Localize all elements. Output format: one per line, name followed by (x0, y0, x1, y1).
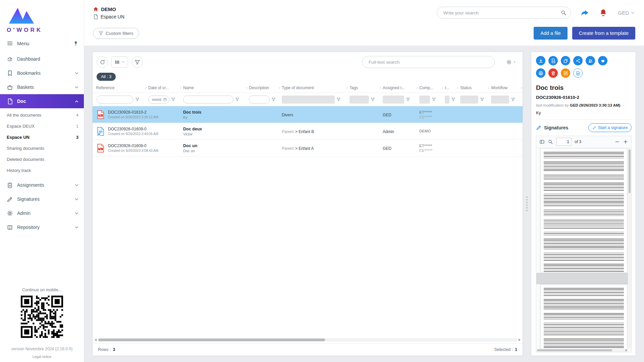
filter-funnel-icon[interactable] (371, 97, 375, 102)
column-header-comp[interactable]: Comp... (419, 85, 445, 90)
delete-button[interactable] (548, 68, 558, 78)
brand-logo[interactable]: O'WORK (0, 0, 84, 36)
pdf-pages[interactable] (536, 148, 631, 352)
tab-all-documents[interactable]: All : 3 (97, 73, 116, 81)
calendar-icon[interactable] (163, 98, 167, 102)
custom-filters-button[interactable]: Custom filters (93, 28, 139, 39)
filter-workflow-select[interactable] (491, 96, 509, 104)
share-icon[interactable] (580, 8, 589, 17)
table-settings-button[interactable] (506, 59, 517, 65)
permissions-button[interactable] (586, 56, 595, 65)
scroll-right-arrow[interactable] (626, 349, 627, 352)
date-input[interactable] (151, 97, 162, 102)
sidebar-subitem-espace-deux[interactable]: Espace DEUX 1 (0, 121, 84, 132)
refresh-button[interactable] (97, 56, 108, 68)
column-header-assigned[interactable]: Assigned t... (383, 85, 419, 90)
sidebar-subitem-sharing-documents[interactable]: Sharing documents (0, 143, 84, 154)
column-header-status[interactable]: Status (460, 85, 491, 90)
download-button[interactable] (536, 56, 545, 65)
zoom-in-icon[interactable] (623, 139, 628, 144)
sidebar-item-repository[interactable]: Repository (0, 220, 84, 234)
table-row[interactable]: DOC230926-01609-0 Created on 9/26/2023 3… (93, 123, 523, 140)
filter-funnel-icon[interactable] (451, 97, 455, 102)
duplicate-button[interactable] (561, 56, 570, 65)
column-header-tags[interactable]: Tags (350, 85, 383, 90)
filter-i-select[interactable] (445, 96, 449, 104)
filters-button[interactable] (131, 56, 143, 68)
table-horizontal-scrollbar[interactable] (95, 338, 521, 342)
filter-funnel-icon[interactable] (135, 97, 140, 102)
app-home[interactable]: DEMO (93, 6, 124, 12)
sidebar-subitem-deleted-documents[interactable]: Deleted documents (0, 154, 84, 165)
sidebar-item-admin[interactable]: Admin (0, 206, 84, 220)
scrollbar-thumb[interactable] (537, 349, 612, 351)
pin-icon[interactable] (73, 41, 78, 46)
share-button[interactable] (573, 56, 583, 65)
scrollbar-thumb[interactable] (629, 149, 631, 193)
scroll-right-arrow[interactable] (519, 339, 521, 341)
filter-funnel-icon[interactable] (480, 97, 484, 102)
column-header-workflow[interactable]: Workflow (491, 85, 523, 90)
create-from-template-button[interactable]: Create from a template (572, 27, 635, 40)
edit-button[interactable] (561, 68, 570, 78)
favorite-button[interactable] (598, 56, 607, 65)
user-menu[interactable]: GED (618, 10, 635, 16)
properties-button[interactable] (573, 68, 583, 78)
filter-funnel-icon[interactable] (432, 97, 436, 102)
filter-status-select[interactable] (460, 96, 478, 104)
current-space[interactable]: Espace UN (93, 14, 124, 19)
export-button[interactable] (548, 56, 558, 65)
column-header-name[interactable]: Name (183, 85, 249, 90)
filter-name-input[interactable] (183, 96, 233, 104)
sidebar-item-bookmarks[interactable]: Bookmarks (0, 66, 84, 80)
start-signature-button[interactable]: Start a signature (588, 123, 632, 132)
notifications-bell-icon[interactable] (599, 8, 608, 17)
table-row[interactable]: DOC230926-01610-2 Created on 9/26/2023 3… (93, 106, 523, 123)
pdf-horizontal-scrollbar[interactable] (536, 349, 628, 352)
sidebar-item-assignments[interactable]: Assignments (0, 178, 84, 192)
sidebar-item-signatures[interactable]: Signatures (0, 192, 84, 206)
zoom-out-icon[interactable] (614, 139, 620, 144)
search-icon[interactable] (560, 10, 567, 16)
add-file-button[interactable]: Add a file (534, 27, 567, 40)
pdf-vertical-scrollbar[interactable] (628, 148, 631, 349)
sidebar-toggle-icon[interactable] (539, 139, 545, 144)
filter-funnel-icon[interactable] (171, 97, 175, 102)
column-header-type[interactable]: Type of document (282, 85, 350, 90)
search-icon[interactable] (548, 139, 553, 144)
filter-funnel-icon[interactable] (336, 97, 341, 102)
table-row[interactable]: DOC230926-01608-0 Created on 9/26/2023 3… (93, 140, 523, 157)
filter-description-input[interactable] (249, 96, 270, 104)
filter-funnel-icon[interactable] (271, 97, 276, 102)
filter-tags-select[interactable] (350, 96, 369, 104)
column-header-i[interactable]: I... (445, 85, 460, 90)
legal-notice-link[interactable]: Legal notice (0, 355, 84, 359)
sidebar-item-doc[interactable]: Doc (0, 94, 84, 108)
filter-comp-select[interactable] (419, 96, 430, 104)
scrollbar-track[interactable] (98, 338, 518, 342)
print-button[interactable] (536, 68, 545, 78)
scrollbar-thumb[interactable] (98, 339, 325, 341)
filter-funnel-icon[interactable] (406, 97, 410, 102)
filter-type-select[interactable] (282, 96, 335, 104)
filter-funnel-icon[interactable] (511, 97, 515, 102)
sidebar-item-dashboard[interactable]: Dashboard (0, 52, 84, 66)
column-header-description[interactable]: Description (249, 85, 282, 90)
columns-button[interactable] (111, 56, 128, 68)
filter-date-input[interactable] (148, 96, 169, 104)
sidebar-item-baskets[interactable]: Baskets (0, 80, 84, 94)
column-header-reference[interactable]: Reference (96, 85, 148, 90)
global-search-input[interactable] (442, 10, 560, 16)
sidebar-subitem-espace-un[interactable]: Espace UN 3 (0, 132, 84, 143)
sidebar-subitem-all-documents[interactable]: All the documents 4 (0, 110, 84, 121)
panel-resize-handle[interactable] (523, 52, 531, 356)
filter-funnel-icon[interactable] (235, 97, 239, 102)
column-header-date[interactable]: Date of cr... (148, 85, 183, 90)
filter-assigned-select[interactable] (383, 96, 404, 104)
scroll-left-arrow[interactable] (95, 339, 97, 341)
page-number-input[interactable] (556, 138, 572, 146)
fulltext-search-input[interactable] (362, 56, 495, 68)
sidebar-subitem-history-track[interactable]: History track (0, 165, 84, 176)
filter-reference-input[interactable] (97, 96, 133, 104)
menu-toggle[interactable]: Menu (0, 36, 84, 51)
